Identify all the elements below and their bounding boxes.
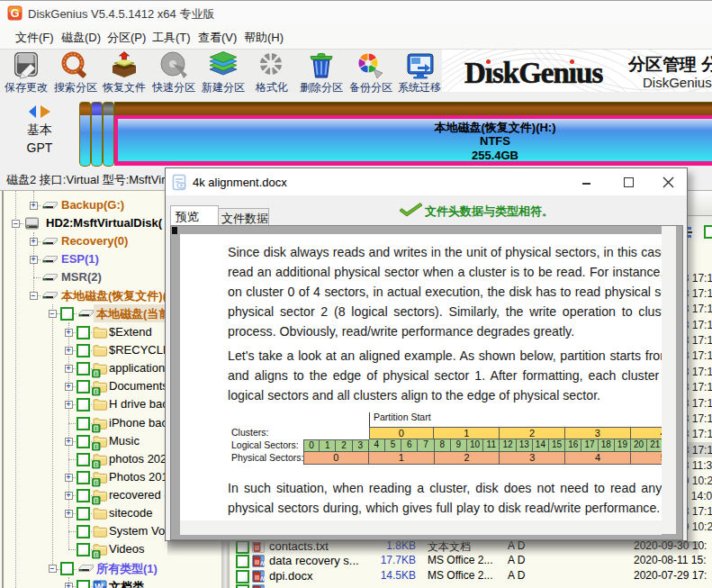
svg-text:G: G bbox=[11, 7, 20, 20]
svg-text:W: W bbox=[95, 583, 104, 588]
